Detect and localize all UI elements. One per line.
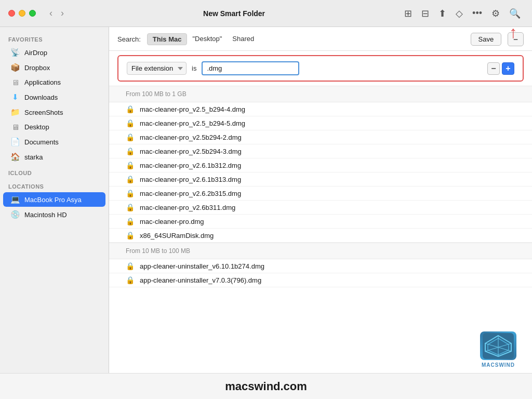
file-icon: 🔒 [126, 189, 135, 197]
close-button[interactable] [8, 10, 15, 17]
toolbar-icons: ⊞ ⊟ ⬆ ◇ ••• ⚙ 🔍 [401, 6, 524, 21]
file-name: mac-cleaner-pro_v2.5_b294-4.dmg [140, 105, 515, 113]
sidebar-item-applications[interactable]: 🖥 Applications [3, 75, 105, 89]
file-name: mac-cleaner-pro_v2.6.2b315.dmg [140, 190, 515, 197]
search-icon[interactable]: 🔍 [506, 6, 524, 21]
file-name: mac-cleaner-pro_v2.6.1b312.dmg [140, 162, 515, 169]
file-name: mac-cleaner-pro_v2.5b294-2.dmg [140, 134, 515, 141]
watermark-logo [480, 331, 516, 360]
sidebar-item-starka[interactable]: 🏠 starka [3, 150, 105, 164]
sidebar-item-documents-label: Documents [24, 138, 59, 146]
list-item[interactable]: 🔒 mac-cleaner-pro_v2.5_b294-4.dmg [109, 102, 532, 116]
file-name: mac-cleaner-pro.dmg [140, 218, 515, 225]
main-layout: Favorites 📡 AirDrop 📦 Dropbox 🖥 Applicat… [0, 27, 532, 373]
window-title: New Smart Folder [73, 9, 395, 18]
footer: macswind.com [0, 373, 532, 399]
file-name: mac-cleaner-pro_v2.6.1b313.dmg [140, 176, 515, 183]
sidebar-item-desktop[interactable]: 🖥 Desktop [3, 120, 105, 134]
sidebar: Favorites 📡 AirDrop 📦 Dropbox 🖥 Applicat… [0, 27, 109, 373]
file-icon: 🔒 [126, 119, 135, 127]
filter-row: File extension is − + [117, 55, 524, 82]
locations-label: Locations [0, 178, 109, 192]
sidebar-item-airdrop[interactable]: 📡 AirDrop [3, 45, 105, 60]
sidebar-item-macintosh[interactable]: 💿 Macintosh HD [3, 207, 105, 222]
tab-shared[interactable]: Shared [227, 33, 259, 45]
file-icon: 🔒 [126, 217, 135, 225]
watermark-text: MACSWIND [480, 362, 516, 368]
filter-field-select[interactable]: File extension [127, 62, 187, 75]
macintosh-icon: 💿 [10, 210, 20, 219]
home-icon: 🏠 [10, 152, 20, 162]
grid-view-icon[interactable]: ⊟ [418, 6, 432, 21]
search-tabs: This Mac "Desktop" Shared [147, 33, 259, 45]
forward-button[interactable]: › [58, 7, 67, 20]
share-icon[interactable]: ⬆ [435, 6, 449, 21]
file-icon: 🔒 [126, 231, 135, 240]
list-item[interactable]: 🔒 mac-cleaner-pro_v2.6b311.dmg [109, 201, 532, 215]
list-item[interactable]: 🔒 mac-cleaner-pro_v2.6.2b315.dmg [109, 187, 532, 201]
sidebar-item-macbook[interactable]: 💻 MacBook Pro Asya [3, 192, 105, 207]
sidebar-item-dropbox-label: Dropbox [24, 64, 50, 72]
back-button[interactable]: ‹ [46, 7, 56, 20]
file-name: mac-cleaner-pro_v2.5b294-3.dmg [140, 148, 515, 155]
content-area: Search: This Mac "Desktop" Shared Save −… [109, 27, 532, 373]
tag-icon[interactable]: ◇ [453, 6, 466, 21]
list-item[interactable]: 🔒 mac-cleaner-pro_v2.6.1b313.dmg [109, 172, 532, 187]
sidebar-item-downloads[interactable]: ⬇ Downloads [3, 90, 105, 104]
favorites-label: Favorites [0, 31, 109, 45]
file-icon: 🔒 [126, 175, 135, 183]
watermark: MACSWIND [480, 331, 516, 368]
file-name: mac-cleaner-pro_v2.6b311.dmg [140, 204, 515, 211]
more-icon[interactable]: ••• [469, 6, 485, 21]
columns-view-icon[interactable]: ⊞ [401, 6, 415, 21]
list-item[interactable]: 🔒 mac-cleaner-pro_v2.6.1b312.dmg [109, 158, 532, 172]
list-item[interactable]: 🔒 mac-cleaner-pro_v2.5b294-3.dmg [109, 144, 532, 158]
list-item[interactable]: 🔒 app-cleaner-uninstaller_v6.10.1b274.dm… [109, 259, 532, 273]
sidebar-item-screenshots[interactable]: 📁 ScreenShots [3, 105, 105, 119]
title-bar: ‹ › New Smart Folder ⊞ ⊟ ⬆ ◇ ••• ⚙ 🔍 [0, 0, 532, 27]
arrow-indicator: ↑ [509, 27, 517, 41]
sidebar-item-macintosh-label: Macintosh HD [24, 211, 67, 219]
icloud-label: iCloud [0, 165, 109, 178]
sidebar-item-starka-label: starka [24, 153, 43, 161]
sidebar-item-airdrop-label: AirDrop [24, 49, 47, 57]
list-item[interactable]: 🔒 x86_64SURamDisk.dmg [109, 229, 532, 243]
save-button[interactable]: Save [471, 33, 502, 46]
settings-icon[interactable]: ⚙ [488, 6, 503, 21]
list-item[interactable]: 🔒 mac-cleaner-pro_v2.5_b294-5.dmg [109, 116, 532, 130]
tab-desktop[interactable]: "Desktop" [187, 33, 227, 45]
sidebar-item-screenshots-label: ScreenShots [24, 109, 63, 116]
file-name: mac-cleaner-pro_v2.5_b294-5.dmg [140, 119, 515, 127]
search-bar: Search: This Mac "Desktop" Shared Save − [109, 27, 532, 51]
file-list-container: From 100 MB to 1 GB 🔒 mac-cleaner-pro_v2… [109, 86, 532, 373]
airdrop-icon: 📡 [10, 48, 20, 57]
filter-minus-button[interactable]: − [487, 62, 500, 75]
list-item[interactable]: 🔒 mac-cleaner-pro.dmg [109, 215, 532, 229]
filter-value-input[interactable] [202, 61, 299, 75]
file-icon: 🔒 [126, 161, 135, 169]
list-item[interactable]: 🔒 app-cleaner-uninstaller_v7.0.3(796).dm… [109, 273, 532, 287]
sidebar-item-dropbox[interactable]: 📦 Dropbox [3, 60, 105, 75]
file-icon: 🔒 [126, 276, 135, 284]
downloads-icon: ⬇ [10, 92, 20, 102]
minimize-button[interactable] [19, 10, 25, 17]
file-icon: 🔒 [126, 133, 135, 141]
sidebar-item-documents[interactable]: 📄 Documents [3, 135, 105, 149]
list-item[interactable]: 🔒 mac-cleaner-pro_v2.5b294-2.dmg [109, 130, 532, 144]
file-name: app-cleaner-uninstaller_v6.10.1b274.dmg [140, 262, 515, 270]
file-icon: 🔒 [126, 147, 135, 155]
applications-icon: 🖥 [10, 78, 20, 87]
filter-plus-button[interactable]: + [502, 62, 514, 75]
fullscreen-button[interactable] [29, 10, 36, 17]
tab-this-mac[interactable]: This Mac [147, 33, 188, 45]
dropbox-icon: 📦 [10, 63, 20, 72]
file-name: x86_64SURamDisk.dmg [140, 232, 515, 240]
section-group-1: From 100 MB to 1 GB 🔒 mac-cleaner-pro_v2… [109, 86, 532, 243]
section-header-1: From 100 MB to 1 GB [109, 86, 532, 102]
file-icon: 🔒 [126, 262, 135, 270]
file-icon: 🔒 [126, 105, 135, 113]
file-icon: 🔒 [126, 203, 135, 211]
sidebar-item-downloads-label: Downloads [24, 94, 58, 101]
file-name: app-cleaner-uninstaller_v7.0.3(796).dmg [140, 276, 515, 284]
sidebar-item-applications-label: Applications [24, 78, 61, 86]
